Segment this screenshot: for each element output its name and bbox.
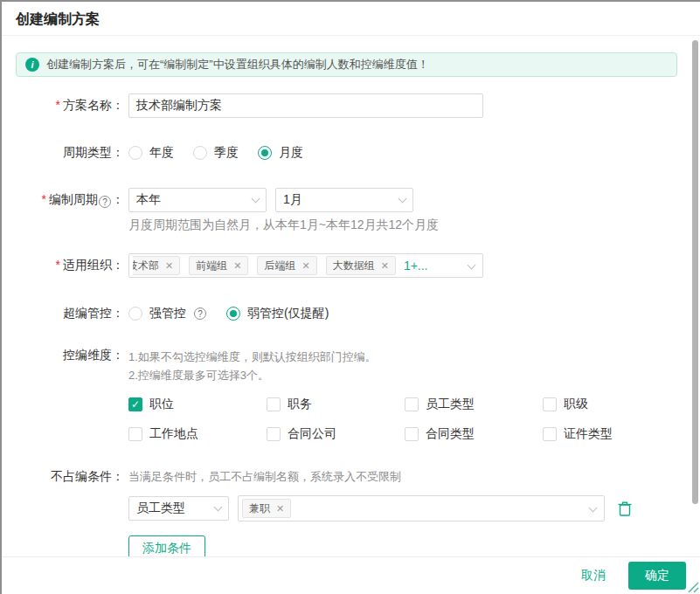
scrollbar[interactable]: [692, 40, 698, 504]
radio-period-year[interactable]: 年度: [128, 145, 174, 161]
org-tag: 大数据组✕: [326, 256, 396, 275]
period-row: *编制周期?： 本年 1月: [2, 188, 700, 212]
help-icon[interactable]: ?: [194, 307, 206, 320]
checkbox-icon[interactable]: [405, 397, 419, 411]
dialog-title: 创建编制方案: [16, 10, 686, 29]
checkbox-icon[interactable]: [267, 427, 281, 441]
checkbox-employee-type[interactable]: 员工类型: [405, 397, 543, 412]
remove-tag-icon[interactable]: ✕: [301, 260, 309, 272]
exempt-label: 不占编条件：: [16, 469, 124, 485]
dialog-header: 创建编制方案: [2, 2, 700, 36]
chevron-down-icon: [589, 504, 598, 513]
cancel-button[interactable]: 取消: [581, 568, 606, 584]
radio-period-quarter[interactable]: 季度: [193, 145, 239, 161]
checkbox-contract-company[interactable]: 合同公司: [267, 426, 405, 442]
confirm-button[interactable]: 确定: [628, 562, 686, 590]
exempt-field-select[interactable]: 员工类型: [128, 496, 229, 521]
radio-checked-icon[interactable]: [258, 146, 272, 160]
period-type-row: 周期类型： 年度 季度 月度: [2, 145, 700, 161]
radio-weak-control[interactable]: 弱管控(仅提醒): [226, 306, 329, 321]
checkbox-icon[interactable]: [128, 427, 142, 441]
info-banner-text: 创建编制方案后，可在“编制制定”中设置组织具体的编制人数和控编维度值！: [46, 57, 429, 73]
checkbox-checked-icon[interactable]: ✓: [128, 397, 142, 411]
radio-strong-control[interactable]: 强管控 ?: [128, 306, 207, 321]
radio-icon[interactable]: [128, 307, 142, 321]
org-more-count[interactable]: 1+...: [404, 259, 428, 273]
radio-period-month[interactable]: 月度: [258, 145, 303, 161]
info-banner: i 创建编制方案后，可在“编制制定”中设置组织具体的编制人数和控编维度值！: [16, 52, 677, 77]
dimensions-note-1: 1.如果不勾选控编维度，则默认按组织部门控编。: [128, 348, 681, 366]
remove-tag-icon[interactable]: ✕: [233, 260, 241, 272]
org-tag: 技术部✕: [133, 256, 180, 275]
required-asterisk: *: [56, 98, 60, 112]
checkbox-duty[interactable]: 职务: [267, 397, 405, 412]
dimensions-label: 控编维度：: [16, 348, 124, 363]
checkbox-contract-type[interactable]: 合同类型: [405, 426, 543, 442]
plan-name-label: *方案名称：: [16, 98, 124, 114]
checkbox-work-location[interactable]: 工作地点: [128, 426, 267, 442]
over-control-label: 超编管控：: [16, 306, 124, 321]
required-asterisk: *: [42, 192, 46, 206]
period-year-select[interactable]: 本年: [128, 188, 267, 212]
create-staffing-plan-dialog: 创建编制方案 i 创建编制方案后，可在“编制制定”中设置组织具体的编制人数和控编…: [0, 0, 700, 594]
checkbox-icon[interactable]: [543, 427, 557, 441]
exempt-condition-row: 员工类型 兼职✕: [2, 495, 700, 521]
checkbox-icon[interactable]: [267, 397, 281, 411]
chevron-down-icon: [252, 194, 260, 203]
dialog-body: i 创建编制方案后，可在“编制制定”中设置组织具体的编制人数和控编维度值！ *方…: [2, 36, 700, 558]
plan-name-value: 技术部编制方案: [136, 98, 222, 114]
resize-handle-icon[interactable]: [686, 580, 699, 593]
exempt-value-multiselect[interactable]: 兼职✕: [238, 495, 605, 521]
radio-icon[interactable]: [128, 146, 142, 160]
period-helper-row: 月度周期范围为自然月，从本年1月~本年12月共12个月度: [2, 218, 700, 233]
org-row: *适用组织： 技术部✕ 前端组✕ 后端组✕ 大数据组✕ 1+...: [2, 253, 700, 278]
dialog-footer: 取消 确定: [2, 556, 700, 594]
org-label: *适用组织：: [16, 258, 124, 273]
checkbox-position[interactable]: ✓ 职位: [128, 397, 267, 412]
checkbox-certificate-type[interactable]: 证件类型: [543, 426, 681, 442]
over-control-row: 超编管控： 强管控 ? 弱管控(仅提醒): [2, 306, 700, 321]
dimensions-row: 控编维度： 1.如果不勾选控编维度，则默认按组织部门控编。 2.控编维度最多可选…: [2, 348, 700, 456]
plan-name-input[interactable]: 技术部编制方案: [128, 93, 483, 118]
chevron-down-icon: [468, 261, 476, 270]
remove-tag-icon[interactable]: ✕: [165, 260, 173, 272]
dimensions-grid: ✓ 职位 职务 员工类型 职级: [128, 397, 681, 456]
radio-checked-icon[interactable]: [226, 307, 240, 321]
dimensions-note-2: 2.控编维度最多可选择3个。: [128, 366, 681, 384]
checkbox-icon[interactable]: [405, 427, 419, 441]
info-icon: i: [25, 58, 39, 72]
radio-icon[interactable]: [193, 146, 207, 160]
org-tag: 后端组✕: [257, 256, 316, 275]
add-condition-button[interactable]: 添加条件: [128, 535, 205, 558]
exempt-value-tag: 兼职✕: [242, 499, 291, 518]
remove-tag-icon[interactable]: ✕: [381, 260, 389, 272]
checkbox-grade[interactable]: 职级: [543, 397, 681, 412]
plan-name-row: *方案名称： 技术部编制方案: [2, 93, 700, 118]
org-tags: 技术部✕ 前端组✕ 后端组✕ 大数据组✕: [133, 256, 396, 275]
help-icon[interactable]: ?: [99, 196, 111, 208]
exempt-helper-text: 当满足条件时，员工不占编制名额，系统录入不受限制: [128, 469, 401, 485]
period-label: *编制周期?：: [16, 192, 124, 209]
org-multiselect[interactable]: 技术部✕ 前端组✕ 后端组✕ 大数据组✕ 1+...: [128, 253, 483, 278]
required-asterisk: *: [56, 258, 60, 272]
trash-icon[interactable]: [617, 501, 633, 517]
period-month-select[interactable]: 1月: [275, 188, 413, 212]
chevron-down-icon: [399, 194, 407, 203]
org-tag: 前端组✕: [189, 256, 248, 275]
remove-tag-icon[interactable]: ✕: [276, 503, 284, 515]
period-type-label: 周期类型：: [16, 145, 124, 161]
exempt-row: 不占编条件： 当满足条件时，员工不占编制名额，系统录入不受限制: [2, 469, 700, 485]
checkbox-icon[interactable]: [543, 397, 557, 411]
period-helper-text: 月度周期范围为自然月，从本年1月~本年12月共12个月度: [128, 218, 439, 233]
add-condition-row: 添加条件: [2, 535, 700, 558]
chevron-down-icon: [214, 502, 223, 511]
